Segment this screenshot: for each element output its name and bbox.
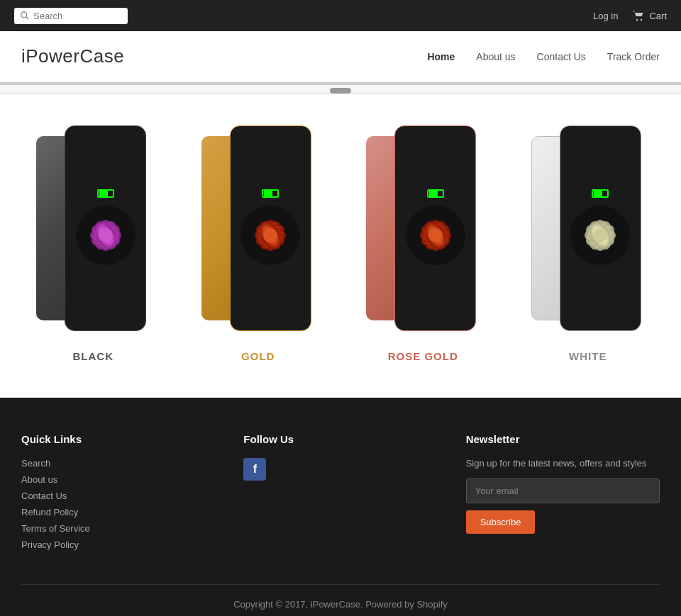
- footer-grid: Quick Links Search About us Contact Us R…: [21, 433, 660, 556]
- search-icon: [20, 11, 30, 21]
- phone-body-gold: [230, 125, 311, 331]
- footer-link-tos[interactable]: Terms of Service: [21, 523, 215, 534]
- phone-case-gold: [201, 125, 315, 331]
- footer-link-refund[interactable]: Refund Policy: [21, 507, 215, 517]
- facebook-link[interactable]: f: [243, 458, 266, 481]
- search-form[interactable]: [14, 8, 128, 24]
- product-image-gold: [179, 115, 338, 342]
- copyright: Copyright © 2017, iPowerCase. Powered by…: [21, 599, 660, 610]
- flower-black: [74, 203, 138, 267]
- svg-point-2: [636, 19, 638, 21]
- svg-line-1: [26, 17, 29, 20]
- phone-case-white: [531, 125, 645, 331]
- product-rose-gold[interactable]: ROSE GOLD: [344, 115, 502, 362]
- phone-body-black: [65, 125, 146, 331]
- products-section: BLACK: [0, 94, 681, 398]
- battery-icon-white: [592, 189, 609, 198]
- phone-body-rose-gold: [394, 125, 476, 331]
- subscribe-button[interactable]: Subscribe: [466, 510, 536, 534]
- footer-quick-links: Quick Links Search About us Contact Us R…: [21, 433, 215, 556]
- nav-contact[interactable]: Contact Us: [537, 51, 586, 62]
- svg-point-19: [263, 228, 277, 242]
- footer: Quick Links Search About us Contact Us R…: [0, 398, 681, 616]
- product-image-black: [14, 115, 172, 342]
- cart-icon: [632, 10, 645, 21]
- product-gold[interactable]: GOLD: [179, 115, 338, 362]
- product-label-black: BLACK: [73, 350, 114, 362]
- product-image-white: [509, 115, 668, 342]
- footer-newsletter: Newsletter Sign up for the latest news, …: [466, 433, 660, 556]
- svg-point-3: [641, 19, 642, 21]
- nav-track[interactable]: Track Order: [607, 51, 660, 62]
- header: iPowerCase Home About us Contact Us Trac…: [0, 31, 681, 82]
- footer-follow: Follow Us f: [243, 433, 437, 556]
- banner-indicator: [330, 88, 351, 94]
- battery-icon-gold: [262, 189, 279, 198]
- battery-icon-rose-gold: [427, 189, 444, 198]
- flower-gold: [238, 203, 302, 267]
- phone-body-white: [560, 125, 641, 331]
- login-link[interactable]: Log in: [593, 11, 618, 21]
- top-bar-left: [14, 8, 128, 24]
- products-grid: BLACK: [14, 115, 667, 362]
- email-input[interactable]: [466, 478, 660, 503]
- product-image-rose-gold: [344, 115, 502, 342]
- footer-bottom: Copyright © 2017, iPowerCase. Powered by…: [21, 584, 660, 616]
- top-bar: Log in Cart: [0, 0, 681, 31]
- flower-white: [568, 203, 632, 267]
- footer-link-about[interactable]: About us: [21, 474, 215, 485]
- nav-home[interactable]: Home: [427, 51, 455, 62]
- newsletter-heading: Newsletter: [466, 433, 660, 445]
- product-label-rose-gold: ROSE GOLD: [388, 350, 458, 362]
- svg-point-35: [593, 228, 607, 242]
- svg-point-0: [21, 12, 27, 18]
- product-white[interactable]: WHITE: [509, 115, 668, 362]
- top-bar-right: Log in Cart: [593, 10, 667, 21]
- product-label-white: WHITE: [569, 350, 607, 362]
- quick-links-heading: Quick Links: [21, 433, 215, 445]
- flower-rose-gold: [404, 203, 467, 267]
- phone-case-rose-gold: [366, 125, 480, 331]
- newsletter-text: Sign up for the latest news, offers and …: [466, 458, 660, 469]
- phone-case-black: [36, 125, 150, 331]
- nav-about[interactable]: About us: [476, 51, 515, 62]
- follow-heading: Follow Us: [243, 433, 437, 445]
- footer-link-privacy[interactable]: Privacy Policy: [21, 539, 215, 550]
- product-label-gold: GOLD: [241, 350, 275, 362]
- banner: [0, 82, 681, 94]
- cart-label: Cart: [649, 11, 667, 21]
- logo: iPowerCase: [21, 45, 124, 67]
- search-input[interactable]: [33, 11, 118, 21]
- footer-link-contact[interactable]: Contact Us: [21, 491, 215, 501]
- battery-icon-black: [97, 189, 114, 198]
- product-black[interactable]: BLACK: [14, 115, 172, 362]
- main-nav: Home About us Contact Us Track Order: [427, 51, 660, 62]
- svg-point-11: [99, 228, 113, 242]
- footer-link-search[interactable]: Search: [21, 458, 215, 469]
- svg-point-27: [428, 228, 443, 242]
- cart-button[interactable]: Cart: [632, 10, 667, 21]
